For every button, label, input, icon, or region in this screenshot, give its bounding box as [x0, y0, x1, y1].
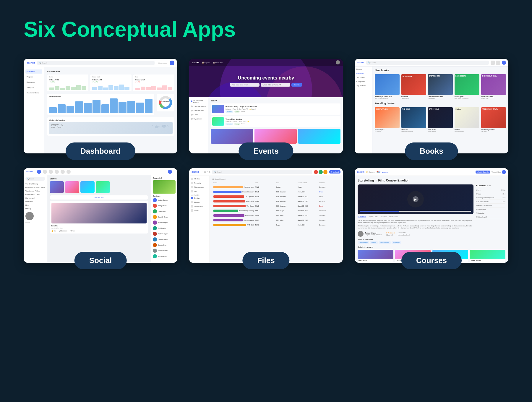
social-people-icon[interactable]	[43, 170, 47, 174]
files-breadcrumb: All files › Recently	[212, 178, 340, 180]
story-4[interactable]	[96, 181, 110, 193]
files-upload-btn[interactable]: ⬆ Upload	[329, 170, 340, 174]
files-nav-grid[interactable]: ⊞	[204, 171, 206, 173]
social-search-icon[interactable]	[66, 170, 71, 174]
events-today-title: Today	[211, 100, 340, 102]
share-button[interactable]: ↗ Share	[70, 230, 75, 232]
files-av3	[323, 170, 327, 174]
books-grid-icon[interactable]	[491, 61, 495, 65]
contact-2: Henry Martin	[153, 204, 176, 208]
fl-other[interactable]: Other	[191, 209, 208, 212]
fl-row-research: Project Research 34 MBPDF documentApr 1,…	[212, 189, 340, 194]
files-nav-left[interactable]: ‹	[201, 171, 201, 173]
like-button[interactable]: 👍 Like	[51, 230, 56, 232]
sidebar-all-events[interactable]: All upcoming events	[191, 100, 207, 103]
sidebar-filters[interactable]: Filters	[191, 114, 207, 116]
fl-design[interactable]: Design	[191, 197, 208, 199]
social-main: Stories Add new post Luna Mao July Cat &…	[47, 175, 151, 263]
related-4[interactable]: Sound Design	[470, 250, 506, 262]
social-profile-icon[interactable]	[49, 170, 53, 174]
lesson-5: 5 Resource Assessment	[476, 204, 505, 208]
add-new-post[interactable]: Add new post	[50, 195, 148, 200]
lesson-7: 7. Rendering	[476, 211, 505, 215]
fl-docs[interactable]: Documents	[191, 205, 208, 208]
sidebar-item-projects[interactable]: Projects	[25, 75, 42, 79]
social-grid-icon[interactable]	[55, 170, 59, 174]
sidebar-my-groups[interactable]: My groups	[191, 118, 207, 120]
courses-video-player[interactable]: ▶	[358, 184, 473, 214]
social-home-icon[interactable]	[37, 170, 41, 174]
post-image	[51, 203, 147, 223]
contact-10: Ashtay Whites	[153, 249, 176, 253]
courses-nav-explore[interactable]: 🧭 Explore	[366, 171, 375, 173]
books-search[interactable]: 🔍 Search	[366, 61, 489, 65]
books-avatar	[502, 61, 506, 65]
related-1[interactable]: Film Basics	[358, 250, 393, 262]
events-search-button[interactable]: Search	[291, 83, 302, 87]
sidebar-saved[interactable]: Saved events	[191, 110, 207, 111]
files-nav-sort[interactable]: ⇅	[209, 171, 210, 173]
dashboard-avatar	[170, 61, 174, 65]
fl-file-req[interactable]: File requests	[191, 186, 208, 188]
sc-item-westbound[interactable]: Westbound Riders	[25, 190, 45, 192]
sc-item-goodby[interactable]: Goodby Low Town Sport	[25, 187, 45, 188]
fl-all-files[interactable]: All files	[191, 178, 208, 180]
courses-nav-myclass[interactable]: 📚 My classes	[377, 171, 388, 173]
events-search-bar: Find your next event... within 2 km of P…	[230, 83, 302, 87]
tab-discussion[interactable]: Discussion	[389, 216, 398, 218]
sc-item-privacy[interactable]: Privacy	[25, 208, 45, 210]
bk-top-charts[interactable]: Top charts	[356, 77, 370, 78]
dashboard-logo: dashkit	[27, 61, 35, 64]
sidebar-item-revenues[interactable]: Revenues	[25, 80, 42, 84]
skill-cinematography: Cinematography	[358, 241, 369, 244]
files-nav-list[interactable]: ≡	[207, 171, 208, 173]
bk-library[interactable]: Library	[356, 68, 370, 70]
bk-categories[interactable]: Categories	[356, 81, 370, 82]
courses-calendar-btn[interactable]: + Add to Calendar	[476, 171, 490, 174]
sidebar-item-overview[interactable]: Overview	[25, 69, 42, 74]
course-description-2: Whether you plan on becoming a freelance…	[358, 225, 473, 229]
skill-directing: Directing	[370, 241, 378, 244]
social-calendar-icon[interactable]	[61, 170, 65, 174]
story-3[interactable]	[80, 181, 95, 193]
events-location-input[interactable]: within 2 km of Paris, FR	[261, 83, 290, 87]
skills-label: Skills in this class	[358, 239, 473, 240]
events-search-input[interactable]: Find your next event...	[230, 83, 259, 87]
sc-item-gentlemen[interactable]: Gentlemen's Club	[25, 194, 45, 195]
sidebar-trending[interactable]: Trending events	[191, 106, 207, 107]
sc-item-memories[interactable]: Memories	[25, 201, 45, 202]
sidebar-item-team[interactable]: Team members	[25, 91, 42, 95]
social-search[interactable]: 🔍 Search	[25, 177, 45, 181]
social-label: Social	[74, 252, 127, 269]
bk-featured[interactable]: Featured	[356, 72, 370, 74]
tab-project[interactable]: Project Data	[368, 216, 378, 218]
event-img-2	[212, 117, 224, 126]
lesson-6: 6. Photography	[476, 208, 505, 211]
sidebar-item-analytics[interactable]: Analytics	[25, 85, 42, 90]
bk-top-authors[interactable]: Top authors	[356, 85, 370, 87]
events-avatar	[336, 60, 340, 64]
fl-row-mvp: MVP Brief 46 KBPageApr 1, 2020 3 viewers	[212, 223, 340, 227]
stats-row: Sales $321,891 ↑ 9.21%	[47, 74, 174, 91]
social-avatar	[168, 170, 172, 174]
sc-item-oval[interactable]: The Oval Dining	[25, 183, 45, 185]
tab-reviews[interactable]: Reviews	[380, 216, 387, 218]
book-dark-pools: DARK POOLS Dark Pools Scott Patterson	[428, 107, 453, 132]
fl-wagon[interactable]: Wagon	[191, 201, 208, 203]
fl-recently[interactable]: Recently	[191, 182, 208, 184]
comment-button[interactable]: 💬 Comment	[59, 230, 67, 232]
story-2[interactable]	[65, 181, 79, 193]
skill-photography: Photography	[392, 241, 401, 244]
book-creativity: CREATIVITY, INC. Creativity, Inc. Ed Cat…	[375, 107, 400, 132]
sc-item-help[interactable]: Help	[25, 204, 45, 206]
files-nav-right[interactable]: ›	[202, 171, 203, 173]
files-search[interactable]: 🔍 Search	[212, 170, 312, 174]
events-card: dashkit 🧭 Explore 📋 My events Upcoming e…	[189, 59, 343, 153]
sc-item-summoned[interactable]: Summoned	[25, 197, 45, 199]
story-1[interactable]	[50, 181, 64, 193]
books-list-icon[interactable]	[496, 61, 500, 65]
dashboard-search[interactable]: 🔍 Search	[37, 61, 155, 65]
course-description: The art of cinematography is integral to…	[358, 220, 473, 224]
fl-bio[interactable]: Bio	[191, 190, 208, 192]
tab-overview[interactable]: Overview	[358, 216, 366, 218]
